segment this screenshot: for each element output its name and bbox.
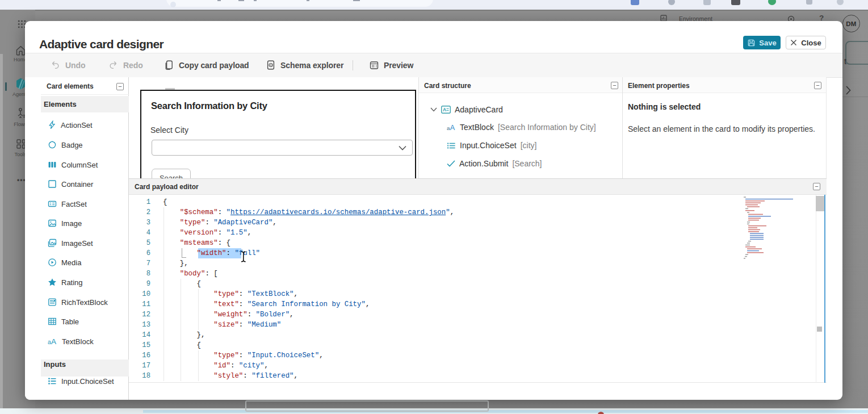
svg-text:A: A [450,123,455,131]
svg-text:A: A [51,337,56,346]
svg-text:A: A [443,107,446,112]
